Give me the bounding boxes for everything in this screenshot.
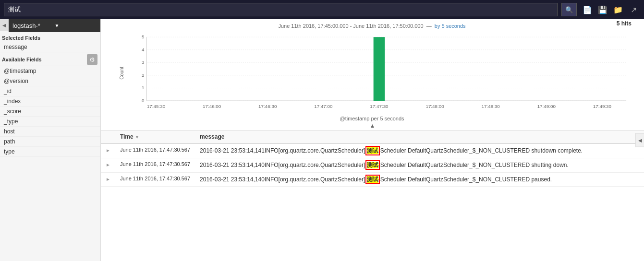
highlight-text: 测试	[367, 176, 378, 183]
collapse-chart-button[interactable]: ▲	[101, 121, 644, 130]
svg-text:1: 1	[142, 85, 144, 90]
time-range-text: June 11th 2016, 17:45:00.000 - June 11th…	[278, 23, 423, 29]
available-field-item[interactable]: _id	[0, 86, 100, 96]
expand-col-header	[101, 130, 115, 143]
table-row: ►June 11th 2016, 17:47:30.5672016-03-21 …	[101, 158, 644, 172]
selected-field-item[interactable]: message	[0, 42, 100, 52]
svg-text:17:47:30: 17:47:30	[370, 104, 389, 109]
available-field-item[interactable]: @version	[0, 76, 100, 86]
svg-text:0: 0	[142, 98, 145, 103]
svg-text:17:46:30: 17:46:30	[258, 104, 277, 109]
chart-svg: 0 1 2 3 4 5 17:45:30 17:46:00 17:46:30 1…	[128, 32, 629, 113]
message-col-header: message	[195, 130, 644, 143]
share-icon: ↗	[631, 5, 637, 14]
svg-text:17:45:30: 17:45:30	[147, 104, 166, 109]
results-table-area: Time ▼ message ►June 11th 2016, 17:47:30…	[101, 130, 644, 261]
selected-fields-title: Selected Fields	[0, 32, 100, 42]
table-row: ►June 11th 2016, 17:47:30.5672016-03-21 …	[101, 143, 644, 158]
sort-icon: ▼	[135, 135, 139, 140]
results-table: Time ▼ message ►June 11th 2016, 17:47:30…	[101, 130, 644, 187]
new-doc-button[interactable]: 📄	[581, 3, 594, 16]
row-expand-arrow[interactable]: ►	[106, 177, 110, 182]
time-cell: June 11th 2016, 17:47:30.567	[115, 158, 195, 172]
time-cell: June 11th 2016, 17:47:30.567	[115, 172, 195, 187]
svg-text:17:46:00: 17:46:00	[203, 104, 221, 109]
index-selector[interactable]: logstash-* ▼	[9, 19, 100, 32]
search-button[interactable]: 🔍	[561, 3, 577, 16]
table-row: ►June 11th 2016, 17:47:30.5672016-03-21 …	[101, 172, 644, 187]
new-doc-icon: 📄	[583, 5, 592, 14]
gear-button[interactable]: ⚙	[87, 54, 97, 65]
folder-icon: 📁	[613, 5, 623, 14]
time-cell: June 11th 2016, 17:47:30.567	[115, 143, 195, 158]
svg-text:17:47:00: 17:47:00	[314, 104, 333, 109]
available-field-item[interactable]: @timestamp	[0, 66, 100, 76]
index-arrow-icon: ▼	[55, 23, 97, 28]
search-input[interactable]	[4, 3, 558, 16]
message-suffix: -Scheduler DefaultQuartzScheduler_$_NON_…	[378, 162, 569, 168]
available-fields-title: Available Fields	[2, 57, 42, 62]
content-area: 5 hits June 11th 2016, 17:45:00.000 - Ju…	[101, 19, 644, 261]
available-fields-header: Available Fields ⚙	[0, 52, 100, 66]
selected-fields-list: message	[0, 42, 100, 52]
available-field-item[interactable]: host	[0, 127, 100, 137]
y-axis-label: Count	[119, 67, 124, 80]
save-button[interactable]: 💾	[596, 3, 609, 16]
row-expand-arrow[interactable]: ►	[106, 148, 110, 153]
svg-text:4: 4	[142, 47, 145, 52]
top-icons: 📄 💾 📁 ↗	[581, 3, 640, 16]
x-axis-label: @timestamp per 5 seconds	[115, 116, 629, 121]
svg-text:2: 2	[142, 72, 144, 78]
available-field-item[interactable]: _index	[0, 96, 100, 107]
available-fields-list: @timestamp@version_id_index_score_typeho…	[0, 66, 100, 157]
sidebar: ◀ logstash-* ▼ Selected Fields message A…	[0, 19, 101, 261]
available-field-item[interactable]: path	[0, 137, 100, 147]
svg-text:17:48:30: 17:48:30	[482, 104, 500, 109]
open-button[interactable]: 📁	[611, 3, 625, 16]
message-prefix: 2016-03-21 23:53:14,140INFO[org.quartz.c…	[200, 176, 367, 183]
table-header-row: Time ▼ message	[101, 130, 644, 143]
search-icon: 🔍	[565, 6, 573, 13]
highlight-text: 测试	[367, 147, 378, 154]
highlight-text: 测试	[367, 162, 378, 168]
row-expand-arrow[interactable]: ►	[106, 162, 110, 167]
message-cell: 2016-03-21 23:53:14,140INFO[org.quartz.c…	[195, 172, 644, 187]
time-range-link[interactable]: by 5 seconds	[435, 23, 466, 29]
main-layout: ◀ logstash-* ▼ Selected Fields message A…	[0, 19, 644, 261]
message-prefix: 2016-03-21 23:53:14,140INFO[org.quartz.c…	[200, 162, 367, 168]
hits-badge: 5 hits	[613, 19, 635, 28]
message-cell: 2016-03-21 23:53:14,140INFO[org.quartz.c…	[195, 158, 644, 172]
results-tbody: ►June 11th 2016, 17:47:30.5672016-03-21 …	[101, 143, 644, 187]
chart-time-range: June 11th 2016, 17:45:00.000 - June 11th…	[115, 23, 629, 29]
top-bar: 🔍 📄 💾 📁 ↗	[0, 0, 644, 19]
share-button[interactable]: ↗	[627, 3, 640, 16]
time-label: Time	[120, 133, 134, 140]
chart-area: June 11th 2016, 17:45:00.000 - June 11th…	[101, 19, 644, 121]
svg-text:17:48:00: 17:48:00	[425, 104, 444, 109]
svg-text:5: 5	[142, 34, 145, 39]
message-suffix: -Scheduler DefaultQuartzScheduler_$_NON_…	[378, 147, 583, 154]
svg-rect-23	[374, 37, 385, 101]
sidebar-collapse-button[interactable]: ◀	[0, 19, 9, 31]
save-icon: 💾	[598, 5, 608, 14]
message-prefix: 2016-03-21 23:53:14,141INFO[org.quartz.c…	[200, 147, 367, 154]
time-col-header[interactable]: Time ▼	[115, 130, 195, 143]
available-field-item[interactable]: type	[0, 147, 100, 157]
message-suffix: -Scheduler DefaultQuartzScheduler_$_NON_…	[378, 176, 552, 183]
message-cell: 2016-03-21 23:53:14,141INFO[org.quartz.c…	[195, 143, 644, 158]
index-name: logstash-*	[12, 22, 55, 29]
right-collapse-button[interactable]: ◀	[635, 133, 644, 147]
svg-text:17:49:00: 17:49:00	[537, 104, 556, 109]
available-field-item[interactable]: _score	[0, 107, 100, 117]
svg-text:17:49:30: 17:49:30	[593, 104, 612, 109]
svg-text:3: 3	[142, 59, 145, 65]
available-field-item[interactable]: _type	[0, 117, 100, 127]
